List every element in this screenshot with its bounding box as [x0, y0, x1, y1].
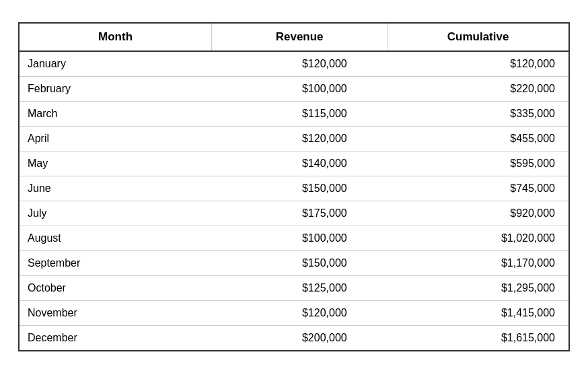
cell-cumulative: $1,415,000: [388, 300, 568, 325]
cell-revenue: $120,000: [212, 126, 388, 151]
cell-cumulative: $120,000: [388, 51, 568, 77]
table-header-row: Month Revenue Cumulative: [20, 24, 568, 51]
cell-revenue: $125,000: [212, 275, 388, 300]
cell-month: December: [20, 325, 212, 350]
cell-revenue: $120,000: [212, 51, 388, 77]
cell-revenue: $150,000: [212, 250, 388, 275]
cell-cumulative: $1,170,000: [388, 250, 568, 275]
table-row: June$150,000$745,000: [20, 176, 568, 201]
cell-cumulative: $920,000: [388, 201, 568, 226]
cell-cumulative: $220,000: [388, 76, 568, 101]
table-row: May$140,000$595,000: [20, 151, 568, 176]
cell-month: August: [20, 226, 212, 250]
table-row: August$100,000$1,020,000: [20, 226, 568, 250]
revenue-table-container: Month Revenue Cumulative January$120,000…: [18, 22, 570, 351]
column-header-revenue: Revenue: [212, 24, 388, 51]
cell-revenue: $100,000: [212, 76, 388, 101]
cell-cumulative: $595,000: [388, 151, 568, 176]
cell-cumulative: $455,000: [388, 126, 568, 151]
column-header-month: Month: [20, 24, 212, 51]
cell-cumulative: $335,000: [388, 101, 568, 126]
cell-cumulative: $1,615,000: [388, 325, 568, 350]
cell-month: March: [20, 101, 212, 126]
column-header-cumulative: Cumulative: [388, 24, 568, 51]
cell-month: November: [20, 300, 212, 325]
cell-revenue: $115,000: [212, 101, 388, 126]
cell-revenue: $100,000: [212, 226, 388, 250]
cell-month: June: [20, 176, 212, 201]
table-row: November$120,000$1,415,000: [20, 300, 568, 325]
cell-revenue: $175,000: [212, 201, 388, 226]
table-row: March$115,000$335,000: [20, 101, 568, 126]
cell-month: October: [20, 275, 212, 300]
table-row: December$200,000$1,615,000: [20, 325, 568, 350]
table-row: July$175,000$920,000: [20, 201, 568, 226]
cell-cumulative: $1,020,000: [388, 226, 568, 250]
revenue-table: Month Revenue Cumulative January$120,000…: [20, 24, 568, 350]
cell-month: January: [20, 51, 212, 77]
table-row: October$125,000$1,295,000: [20, 275, 568, 300]
table-row: January$120,000$120,000: [20, 51, 568, 77]
table-row: April$120,000$455,000: [20, 126, 568, 151]
cell-revenue: $200,000: [212, 325, 388, 350]
cell-revenue: $150,000: [212, 176, 388, 201]
cell-revenue: $140,000: [212, 151, 388, 176]
cell-month: April: [20, 126, 212, 151]
cell-cumulative: $1,295,000: [388, 275, 568, 300]
cell-revenue: $120,000: [212, 300, 388, 325]
cell-month: July: [20, 201, 212, 226]
cell-month: May: [20, 151, 212, 176]
cell-month: February: [20, 76, 212, 101]
cell-cumulative: $745,000: [388, 176, 568, 201]
cell-month: September: [20, 250, 212, 275]
table-row: February$100,000$220,000: [20, 76, 568, 101]
table-row: September$150,000$1,170,000: [20, 250, 568, 275]
